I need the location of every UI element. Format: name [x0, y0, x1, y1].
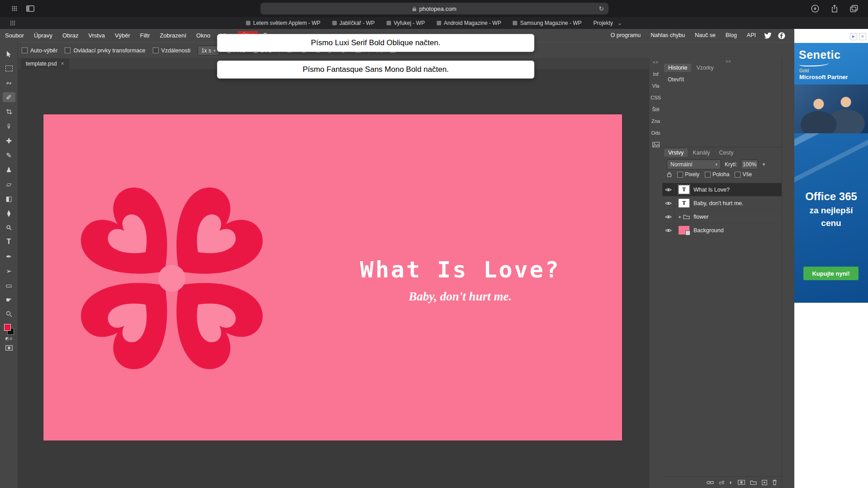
history-entry[interactable]: Otevřít	[668, 76, 684, 83]
bookmark-folder-projekty[interactable]: Projekty	[594, 20, 622, 26]
lock-pixels-checkbox[interactable]: Pixely	[677, 171, 699, 178]
eraser-tool[interactable]: ▱	[3, 179, 15, 189]
bookmark-item[interactable]: Jablíčkář - WP	[332, 20, 375, 26]
layer-row[interactable]: T Baby, don't hurt me.	[662, 197, 782, 210]
facebook-icon[interactable]	[775, 32, 788, 39]
tab-vrstvy[interactable]: Vrstvy	[664, 149, 688, 157]
menu-o-programu[interactable]: O programu	[606, 29, 646, 42]
healing-tool[interactable]: ✚	[3, 136, 15, 145]
text-layer-thumbnail[interactable]: T	[679, 199, 689, 207]
collapse-toggle[interactable]: ><	[726, 59, 731, 64]
layer-row[interactable]: Background	[662, 224, 782, 237]
hand-tool[interactable]: ☛	[3, 295, 15, 305]
shape-tool[interactable]: ▭	[3, 280, 15, 290]
tab-historie[interactable]: Historie	[664, 64, 691, 72]
eyedropper-tool[interactable]: ✑	[3, 121, 15, 131]
crop-tool[interactable]	[3, 107, 15, 117]
visibility-eye-icon[interactable]	[662, 183, 675, 196]
foreground-color-swatch[interactable]	[4, 324, 11, 331]
export-scale-dropdown[interactable]: 1x s▾	[198, 46, 219, 56]
twitter-icon[interactable]	[761, 33, 774, 39]
visibility-eye-icon[interactable]	[662, 224, 675, 237]
downloads-icon[interactable]	[811, 5, 819, 13]
quick-mask-icon[interactable]	[3, 343, 15, 353]
dodge-tool[interactable]: ⚲	[3, 222, 15, 232]
zoom-tool[interactable]	[3, 309, 15, 319]
ad-close-icon[interactable]: ✕	[859, 33, 866, 40]
tab-kanaly[interactable]: Kanály	[689, 149, 714, 157]
blend-mode-dropdown[interactable]: Normální▾	[667, 160, 721, 169]
bookmark-item[interactable]: Vyfukej - WP	[387, 20, 425, 26]
layer-effects-button[interactable]: eff	[719, 480, 724, 485]
lock-all-checkbox[interactable]: Vše	[735, 171, 752, 178]
panel-tab-odstavec[interactable]: Ods	[651, 129, 660, 137]
menu-vyber[interactable]: Výběr	[110, 29, 135, 42]
close-tab-icon[interactable]: ×	[61, 61, 64, 67]
disclosure-triangle-icon[interactable]: ▸	[679, 214, 681, 219]
layer-row[interactable]: T What Is Love?	[662, 183, 782, 197]
menu-nahlas-chybu[interactable]: Nahlas chybu	[646, 29, 689, 42]
layer-group-row[interactable]: ▸ flower	[662, 210, 782, 224]
blur-tool[interactable]: ⧫	[3, 208, 15, 218]
auto-select-checkbox[interactable]: Auto-výběr	[22, 47, 57, 54]
document-tab[interactable]: template.psd ×	[21, 58, 69, 69]
advertisement[interactable]: Senetic Gold Microsoft Partner Office 36…	[794, 43, 868, 303]
bookmark-item[interactable]: Samsung Magazine - WP	[513, 20, 581, 26]
tabs-overview-icon[interactable]	[850, 5, 858, 12]
link-layers-icon[interactable]	[707, 481, 714, 484]
quick-select-tool[interactable]: ✐	[3, 92, 15, 102]
apps-grid-icon[interactable]	[12, 6, 17, 11]
collapse-toggle[interactable]: <>	[653, 60, 659, 65]
panel-tab-css[interactable]: CSS	[651, 94, 661, 102]
menu-okno[interactable]: Okno	[191, 29, 215, 42]
new-layer-icon[interactable]	[762, 480, 767, 485]
bookmarks-apps-icon[interactable]	[10, 20, 15, 26]
panel-tab-vlastnosti[interactable]: Vla	[652, 82, 660, 90]
lock-icon[interactable]	[667, 172, 672, 177]
background-layer-thumbnail[interactable]	[679, 226, 689, 235]
delete-layer-icon[interactable]	[772, 479, 777, 485]
ad-cta-button[interactable]: Kupujte nyní!	[803, 267, 859, 280]
new-group-icon[interactable]	[750, 480, 757, 485]
lasso-tool[interactable]: ∾	[3, 78, 15, 88]
color-swatches[interactable]	[4, 324, 14, 336]
tab-cesty[interactable]: Cesty	[715, 149, 738, 157]
menu-nauc-se[interactable]: Nauč se	[690, 29, 720, 42]
text-layer-thumbnail[interactable]: T	[679, 185, 689, 194]
distances-checkbox[interactable]: Vzdálenosti	[153, 47, 191, 54]
menu-upravy[interactable]: Úpravy	[29, 29, 57, 42]
type-tool[interactable]: T	[3, 237, 15, 247]
gradient-tool[interactable]: ◧	[3, 193, 15, 203]
marquee-select-tool[interactable]	[3, 63, 15, 73]
canvas-area[interactable]: What Is Love? Baby, don't hurt me.	[18, 69, 649, 488]
reload-icon[interactable]: ↻	[599, 5, 604, 12]
bookmark-item[interactable]: Android Magazine - WP	[437, 20, 501, 26]
menu-obraz[interactable]: Obraz	[57, 29, 83, 42]
default-colors-icon[interactable]: ◩ D	[5, 337, 13, 341]
visibility-eye-icon[interactable]	[662, 210, 675, 223]
lock-position-checkbox[interactable]: Poloha	[705, 171, 729, 178]
menu-vrstva[interactable]: Vrstva	[84, 29, 110, 42]
image-panel-icon[interactable]	[652, 141, 660, 149]
address-bar[interactable]: photopea.com ↻	[260, 3, 609, 14]
layer-mask-icon[interactable]	[738, 480, 745, 485]
adjustment-layer-icon[interactable]: ◐	[729, 479, 733, 486]
move-tool[interactable]	[3, 49, 15, 59]
opacity-dropdown-icon[interactable]: ▼	[762, 162, 766, 167]
clone-stamp-tool[interactable]: ♟	[3, 164, 15, 174]
panel-tab-stetec[interactable]: Ště	[652, 105, 660, 113]
panel-tab-info[interactable]: Inf	[653, 70, 658, 78]
menu-api[interactable]: API	[742, 29, 760, 42]
panel-tab-znaky[interactable]: Zna	[651, 117, 660, 125]
adchoices-icon[interactable]	[850, 33, 857, 40]
brush-tool[interactable]: ✎	[3, 150, 15, 160]
menu-zobrazeni[interactable]: Zobrazení	[155, 29, 192, 42]
menu-blog[interactable]: Blog	[721, 29, 741, 42]
tab-vzorky[interactable]: Vzorky	[692, 64, 717, 72]
document-canvas[interactable]: What Is Love? Baby, don't hurt me.	[43, 114, 622, 441]
visibility-eye-icon[interactable]	[662, 197, 675, 210]
transform-controls-checkbox[interactable]: Ovládací prvky transformace	[65, 47, 145, 54]
share-icon[interactable]	[831, 5, 838, 13]
path-select-tool[interactable]: ➢	[3, 266, 15, 276]
pen-tool[interactable]: ✒	[3, 251, 15, 261]
